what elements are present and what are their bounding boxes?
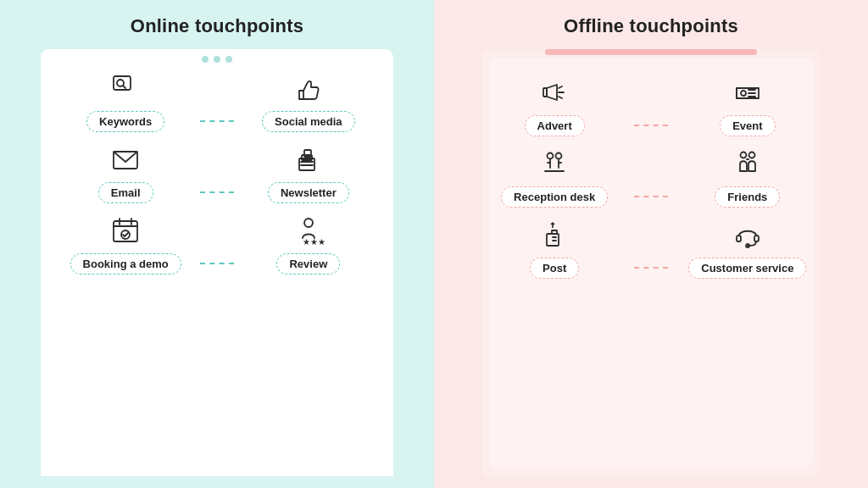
svg-text:★★★: ★★★ (303, 237, 325, 247)
newsletter-icon (290, 141, 327, 178)
post-icon (536, 216, 573, 253)
offline-row-2: Reception desk Friends (475, 145, 826, 208)
svg-rect-16 (543, 88, 547, 97)
online-title: Online touchpoints (131, 15, 303, 37)
booking-label: Booking a demo (70, 253, 181, 274)
tp-reception: Reception desk (475, 145, 634, 208)
search-icon (107, 69, 144, 107)
social-media-label: Social media (262, 111, 354, 132)
post-label: Post (530, 258, 579, 279)
dot-3 (225, 56, 232, 63)
offline-title: Offline touchpoints (564, 15, 738, 37)
friends-label: Friends (715, 186, 780, 208)
svg-point-32 (748, 152, 754, 158)
browser-dots (202, 56, 232, 63)
review-label: Review (276, 253, 340, 274)
offline-panel: Offline touchpoints Advert (434, 0, 868, 488)
tp-post: Post (475, 216, 634, 279)
tp-booking: Booking a demo (51, 212, 200, 274)
tp-advert: Advert (475, 74, 634, 136)
tp-customer-service: Customer service (668, 216, 827, 279)
review-icon: ★★★ (290, 212, 327, 249)
tp-row-3: Booking a demo ★★★ Review (51, 212, 382, 274)
row2-connector (200, 191, 234, 193)
tp-social-media: Social media (234, 69, 383, 132)
email-icon (107, 141, 144, 178)
svg-rect-38 (737, 236, 741, 241)
svg-line-17 (559, 86, 562, 88)
svg-line-2 (123, 86, 125, 88)
headset-icon (729, 216, 766, 253)
offline-row1-connector (634, 125, 668, 126)
tp-newsletter: Newsletter (234, 141, 383, 203)
tp-row-1: Keywords Social media (51, 69, 382, 132)
tp-friends: Friends (668, 145, 827, 208)
svg-point-25 (556, 153, 562, 159)
keywords-label: Keywords (86, 111, 164, 132)
browser-mockup: Keywords Social media Email (41, 49, 392, 476)
tp-row-2: Email Newsletter (51, 141, 382, 203)
svg-point-14 (304, 219, 313, 227)
tp-email: Email (51, 141, 200, 203)
svg-rect-39 (754, 236, 759, 241)
reception-label: Reception desk (501, 186, 608, 208)
customer-service-label: Customer service (688, 258, 806, 279)
dot-2 (214, 56, 220, 63)
row3-connector (200, 263, 234, 264)
event-label: Event (720, 115, 775, 136)
offline-row-1: Advert Event (475, 74, 826, 136)
row1-connector (200, 120, 234, 122)
ticket-icon (729, 74, 766, 111)
dot-1 (202, 56, 209, 63)
reception-icon (536, 145, 573, 182)
svg-line-19 (559, 97, 562, 98)
friends-icon (729, 145, 766, 182)
megaphone-icon (536, 74, 573, 111)
offline-row2-connector (634, 196, 668, 197)
tp-keywords: Keywords (51, 69, 200, 132)
advert-label: Advert (525, 115, 585, 136)
newsletter-label: Newsletter (268, 182, 349, 203)
online-touchpoints: Keywords Social media Email (51, 69, 382, 280)
email-label: Email (98, 182, 153, 203)
svg-rect-0 (114, 76, 131, 90)
tp-review: ★★★ Review (234, 212, 383, 274)
online-panel: Online touchpoints Keywords (0, 0, 434, 488)
tp-event: Event (668, 74, 827, 136)
calendar-icon (107, 212, 144, 249)
svg-point-24 (548, 153, 554, 159)
offline-row3-connector (634, 267, 668, 269)
offline-row-3: Post Customer service (475, 216, 826, 279)
svg-point-20 (741, 91, 746, 96)
svg-point-31 (740, 152, 746, 158)
offline-wrapper: Advert Event (475, 49, 826, 476)
thumbsup-icon (290, 69, 327, 107)
offline-touchpoints: Advert Event (475, 65, 826, 284)
svg-rect-34 (547, 234, 559, 246)
